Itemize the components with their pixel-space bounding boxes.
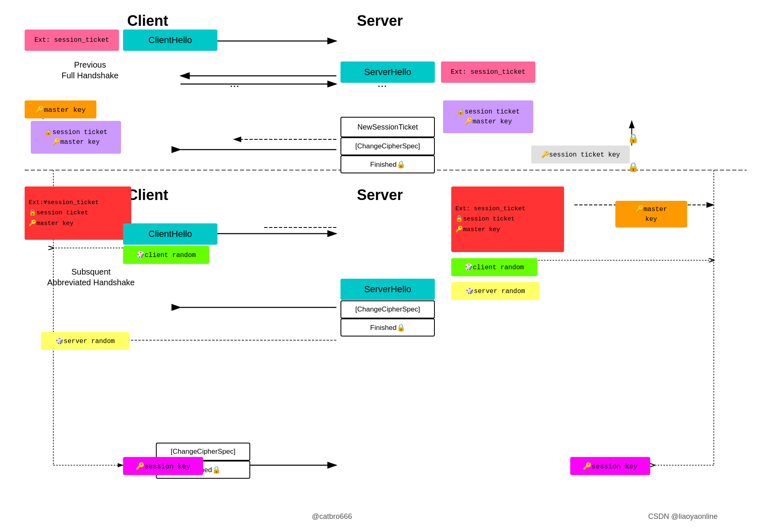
dots-top: ... [230, 76, 239, 91]
client-block-left: Ext:▼session_ticket 🔒session ticket 🔑mas… [25, 186, 131, 240]
client-random-1: 🎲client random [123, 246, 209, 264]
lock-icon-1: 🔒 [628, 133, 639, 144]
change-cipher-spec-1: [ChangeCipherSpec] [340, 137, 435, 155]
new-session-ticket: NewSessionTicket [340, 117, 435, 137]
footer-left: @catbro666 [312, 512, 352, 521]
previous-handshake-label: Previous Full Handshake [62, 59, 119, 81]
master-key-top: 🔑master key [25, 100, 96, 118]
session-key-left: 🔑session key [123, 457, 203, 475]
client-hello-1: ClientHello [123, 30, 217, 51]
server-hello-1: ServerHello [340, 61, 435, 83]
footer-right: CSDN @liaoyaonline [648, 512, 717, 521]
server-random-1: 🎲server random [451, 282, 539, 300]
session-ticket-box-left: 🔒session ticket 🔑master key [31, 121, 121, 154]
lock-icon-2: 🔒 [628, 162, 639, 173]
client-title-mid: Client [127, 186, 168, 204]
subsequent-handshake-label: Subsquent Abbreviated Handshake [47, 266, 135, 288]
client-title-top: Client [127, 12, 168, 30]
ext-session-ticket-client1: Ext: session_ticket [25, 30, 119, 51]
change-cipher-spec-2: [ChangeCipherSpec] [340, 300, 435, 318]
session-ticket-box-right-top: 🔒session ticket 🔑master key [443, 100, 533, 133]
client-hello-2: ClientHello [123, 223, 217, 245]
server-block-right: Ext: session_ticket 🔒session ticket 🔑mas… [451, 186, 564, 252]
finished-1: Finished🔒 [340, 155, 435, 173]
finished-2: Finished🔒 [340, 318, 435, 336]
client-random-2: 🎲client random [451, 258, 537, 276]
ext-session-ticket-server1: Ext: session_ticket [441, 61, 535, 83]
server-hello-2: ServerHello [340, 279, 435, 300]
server-title-mid: Server [357, 186, 403, 204]
server-random-2: 🎲server random [41, 332, 129, 350]
server-title-top: Server [357, 12, 403, 30]
session-ticket-key: 🔑session ticket key [531, 146, 630, 164]
session-key-right: 🔑session key [570, 457, 650, 475]
master-key-right: 🔑master key [615, 201, 687, 227]
